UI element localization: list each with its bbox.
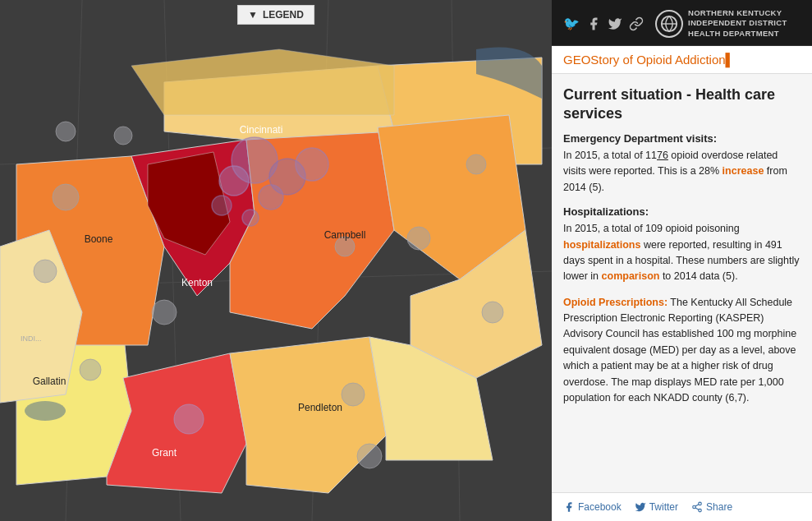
svg-text:Pendleton: Pendleton <box>298 402 342 413</box>
sidebar-footer: Facebook Twitter Share <box>552 492 812 521</box>
svg-text:Grant: Grant <box>152 447 177 459</box>
svg-text:Campbell: Campbell <box>324 229 366 241</box>
twitter-label: Twitter <box>649 501 678 513</box>
svg-text:Kenton: Kenton <box>181 277 213 288</box>
share-label: Share <box>706 501 732 513</box>
increase-link[interactable]: increase <box>723 165 764 177</box>
twitter-footer-icon <box>635 501 646 513</box>
geo-story-title: GEOStory of Opioid Addiction▌ <box>552 46 812 74</box>
twitter-footer-link[interactable]: Twitter <box>635 501 678 513</box>
org-name: NORTHERN KENTUCKY INDEPENDENT DISTRICT H… <box>688 8 787 39</box>
svg-point-29 <box>34 260 57 283</box>
hospitalizations-text: In 2015, a total of 109 opioid poisoning… <box>563 221 801 285</box>
svg-point-33 <box>174 404 204 434</box>
hospitalizations-section: Hospitalizations: In 2015, a total of 10… <box>563 205 801 285</box>
facebook-footer-icon <box>563 501 575 513</box>
facebook-footer-link[interactable]: Facebook <box>563 501 622 513</box>
hospitalizations-link[interactable]: hospitalizations <box>563 239 640 251</box>
legend-bar[interactable]: ▼ LEGEND <box>237 5 314 25</box>
twitter-icon[interactable] <box>608 16 622 31</box>
svg-text:Cincinnati: Cincinnati <box>240 124 283 136</box>
prescriptions-heading: Opioid Prescriptions: <box>563 297 667 308</box>
svg-text:Boone: Boone <box>85 233 113 245</box>
sidebar: 🐦 NOR <box>552 0 812 521</box>
share-footer-link[interactable]: Share <box>691 501 732 513</box>
ed-visits-heading: Emergency Department visits: <box>563 132 801 145</box>
sidebar-content: Current situation - Health care services… <box>552 74 812 492</box>
sidebar-header: 🐦 NOR <box>552 0 812 46</box>
cursor-blink: ▌ <box>726 53 735 67</box>
svg-point-32 <box>56 122 76 141</box>
svg-point-24 <box>259 185 283 210</box>
header-social-icons: 🐦 <box>563 16 644 31</box>
share-icon <box>691 501 703 513</box>
facebook-header-icon[interactable]: 🐦 <box>563 16 580 31</box>
ed-visits-section: Emergency Department visits: In 2015, a … <box>563 132 801 196</box>
svg-point-30 <box>80 359 101 380</box>
content-title: Current situation - Health care services <box>563 85 801 122</box>
svg-point-53 <box>693 505 696 509</box>
legend-label: LEGEND <box>263 9 304 21</box>
svg-point-34 <box>342 383 365 406</box>
svg-point-36 <box>466 154 486 174</box>
link-icon[interactable] <box>629 16 644 31</box>
prescriptions-text: Opioid Prescriptions: The Kentucky All S… <box>563 295 801 407</box>
svg-line-55 <box>695 508 699 509</box>
facebook-icon[interactable] <box>586 16 601 31</box>
svg-point-27 <box>242 210 259 226</box>
svg-text:Gallatin: Gallatin <box>33 376 67 387</box>
svg-point-35 <box>407 227 430 250</box>
svg-point-26 <box>212 196 232 215</box>
svg-point-37 <box>482 302 503 323</box>
svg-point-25 <box>296 148 328 181</box>
geo-story-text: GEOStory of Opioid Addiction <box>563 53 726 67</box>
svg-point-31 <box>152 300 177 325</box>
facebook-label: Facebook <box>578 501 622 513</box>
svg-line-56 <box>695 505 699 506</box>
svg-point-38 <box>357 444 382 468</box>
prescriptions-section: Opioid Prescriptions: The Kentucky All S… <box>563 295 801 407</box>
map-section[interactable]: Cincinnati Boone Kenton Campbell Gallati… <box>0 0 552 521</box>
svg-point-23 <box>219 166 249 196</box>
hospitalizations-heading: Hospitalizations: <box>563 205 801 218</box>
svg-point-52 <box>699 502 702 505</box>
org-logo-circle <box>655 10 683 38</box>
svg-text:INDI...: INDI... <box>21 334 42 343</box>
svg-point-39 <box>114 127 132 145</box>
comparison-link[interactable]: comparison <box>602 270 660 282</box>
svg-point-28 <box>53 184 79 210</box>
svg-point-54 <box>699 509 702 512</box>
org-logo: NORTHERN KENTUCKY INDEPENDENT DISTRICT H… <box>655 8 787 39</box>
legend-arrow-icon: ▼ <box>248 9 258 21</box>
svg-point-41 <box>25 401 66 421</box>
ed-visits-text: In 2015, a total of 1176 opioid overdose… <box>563 148 801 196</box>
